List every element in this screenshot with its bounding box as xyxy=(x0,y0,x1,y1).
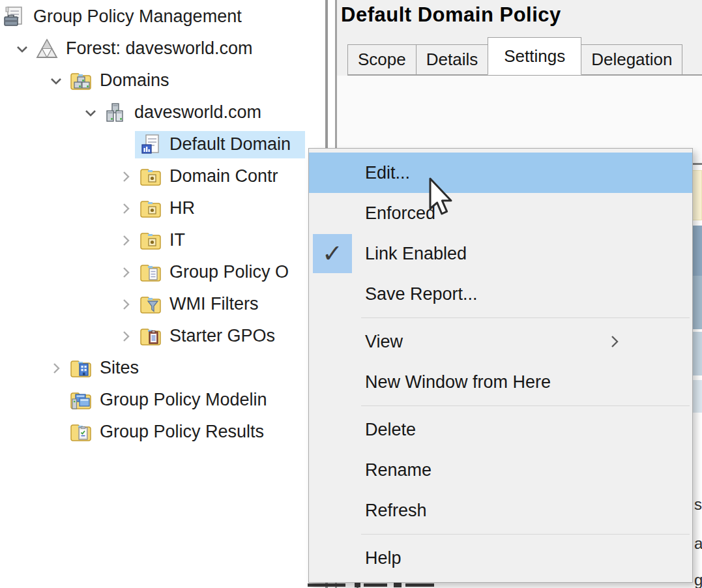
tree-item-label: Group Policy Management xyxy=(33,7,242,27)
chevron-collapsed-icon[interactable] xyxy=(116,199,136,218)
clipped-row-fragment xyxy=(394,582,402,587)
tree-item-label: Group Policy Modelin xyxy=(100,390,267,410)
clipped-row-fragment xyxy=(405,583,434,587)
tab-details[interactable]: Details xyxy=(416,44,488,75)
clipped-row-fragment xyxy=(364,583,387,587)
menu-item-edit[interactable]: Edit... xyxy=(309,153,692,193)
tree-item-domain-controllers[interactable]: Domain Contr xyxy=(0,160,305,192)
menu-item-new-window-from-here[interactable]: New Window from Here xyxy=(309,362,692,402)
tab-label: Settings xyxy=(504,46,565,66)
chevron-collapsed-icon[interactable] xyxy=(116,263,136,282)
menu-item-label: Edit... xyxy=(365,163,410,183)
menu-item-refresh[interactable]: Refresh xyxy=(309,490,692,531)
ou-folder-icon xyxy=(139,229,162,252)
sites-folder-icon xyxy=(70,357,92,379)
ou-folder-icon xyxy=(139,166,162,188)
forest-icon xyxy=(36,38,58,60)
wmi-filters-icon xyxy=(139,293,162,316)
tree-item-it[interactable]: IT xyxy=(0,224,305,256)
menu-item-label: New Window from Here xyxy=(365,372,551,392)
tree-item-default-domain-policy[interactable]: Default Domain xyxy=(0,128,305,160)
tree-item-group-policy-modeling[interactable]: Group Policy Modelin xyxy=(0,384,305,416)
menu-item-delete[interactable]: Delete xyxy=(309,409,692,450)
chevron-collapsed-icon[interactable] xyxy=(116,327,136,345)
context-menu: Edit... Enforced ✓ Link Enabled Save Rep… xyxy=(308,148,693,583)
tab-label: Scope xyxy=(358,50,406,70)
tab-delegation[interactable]: Delegation xyxy=(581,44,682,75)
chevron-collapsed-icon[interactable] xyxy=(116,231,136,250)
tree-item-group-policy-objects[interactable]: Group Policy O xyxy=(0,256,305,288)
gpmc-window: Group Policy Management Forest: daveswor… xyxy=(0,0,702,588)
chevron-collapsed-icon[interactable] xyxy=(116,168,136,186)
tab-label: Details xyxy=(426,50,478,70)
chevron-expanded-icon[interactable] xyxy=(46,72,66,90)
tree-item-label: Group Policy Results xyxy=(100,422,264,442)
menu-separator xyxy=(361,405,690,406)
mouse-cursor-icon xyxy=(424,177,455,220)
starter-gpos-icon xyxy=(139,325,162,347)
tree-item-label: Group Policy O xyxy=(169,262,289,282)
tree-item-label: Domains xyxy=(100,70,169,91)
chevron-collapsed-icon[interactable] xyxy=(116,295,136,314)
menu-separator xyxy=(361,317,690,318)
tab-label: Delegation xyxy=(591,50,672,70)
tree-item-wmi-filters[interactable]: WMI Filters xyxy=(0,288,305,320)
policy-folder-icon xyxy=(139,261,162,284)
gp-results-icon xyxy=(70,421,92,443)
menu-item-link-enabled[interactable]: ✓ Link Enabled xyxy=(309,233,692,274)
clipped-text-fragment: s xyxy=(694,495,702,514)
tree-item-label: WMI Filters xyxy=(169,294,258,314)
menu-item-label: Refresh xyxy=(365,501,427,521)
tree-item-label: Forest: davesworld.com xyxy=(66,38,253,59)
console-tree: Group Policy Management Forest: daveswor… xyxy=(0,1,305,587)
submenu-arrow-icon xyxy=(609,333,621,350)
menu-item-view[interactable]: View xyxy=(309,321,692,362)
tree-item-group-policy-management[interactable]: Group Policy Management xyxy=(0,1,305,33)
clipped-text-fragment: g xyxy=(694,570,702,588)
domain-icon xyxy=(104,102,126,124)
clipped-row-fragment xyxy=(308,583,345,587)
menu-item-save-report[interactable]: Save Report... xyxy=(309,274,692,314)
tree-item-davesworld[interactable]: davesworld.com xyxy=(0,96,305,128)
menu-item-label: Delete xyxy=(365,420,416,440)
tree-item-label: IT xyxy=(169,230,185,250)
page-title: Default Domain Policy xyxy=(341,3,561,27)
menu-separator xyxy=(361,534,690,535)
chevron-collapsed-icon[interactable] xyxy=(46,359,66,377)
menu-item-label: Link Enabled xyxy=(365,244,467,264)
gpo-icon xyxy=(139,134,162,156)
clipped-text-fragment: a xyxy=(694,534,702,553)
tree-item-sites[interactable]: Sites xyxy=(0,352,305,384)
tree-item-hr[interactable]: HR xyxy=(0,192,305,224)
menu-item-label: Rename xyxy=(365,460,431,480)
gp-modeling-icon xyxy=(70,389,92,411)
tab-settings[interactable]: Settings xyxy=(488,37,581,75)
menu-item-label: Save Report... xyxy=(365,284,478,304)
tree-item-label: Domain Contr xyxy=(169,166,278,186)
chevron-expanded-icon[interactable] xyxy=(12,40,32,58)
tree-item-label: davesworld.com xyxy=(134,102,261,123)
tree-item-group-policy-results[interactable]: Group Policy Results xyxy=(0,416,305,448)
menu-item-rename[interactable]: Rename xyxy=(309,450,692,490)
gpmc-icon xyxy=(3,6,25,28)
tree-item-label: Starter GPOs xyxy=(169,326,275,346)
chevron-expanded-icon[interactable] xyxy=(81,104,100,122)
selected-row-highlight: Default Domain xyxy=(135,131,305,158)
tree-item-forest[interactable]: Forest: davesworld.com xyxy=(0,33,305,65)
domains-folder-icon xyxy=(70,70,92,92)
console-tree-pane: Group Policy Management Forest: daveswor… xyxy=(0,0,325,588)
clipped-row-fragment xyxy=(355,582,360,587)
tree-item-label: Sites xyxy=(100,358,139,378)
menu-item-label: Help xyxy=(365,548,402,568)
menu-item-enforced[interactable]: Enforced xyxy=(309,193,692,233)
checkmark-icon: ✓ xyxy=(313,234,352,273)
menu-item-help[interactable]: Help xyxy=(309,538,692,578)
tree-item-starter-gpos[interactable]: Starter GPOs xyxy=(0,320,305,352)
ou-folder-icon xyxy=(139,198,162,220)
tab-scope[interactable]: Scope xyxy=(347,44,417,75)
tab-strip: Scope Details Settings Delegation xyxy=(347,37,682,75)
menu-item-label: View xyxy=(365,332,403,352)
tree-item-label: HR xyxy=(169,198,195,218)
tree-item-label: Default Domain xyxy=(169,134,291,154)
tree-item-domains[interactable]: Domains xyxy=(0,65,305,96)
